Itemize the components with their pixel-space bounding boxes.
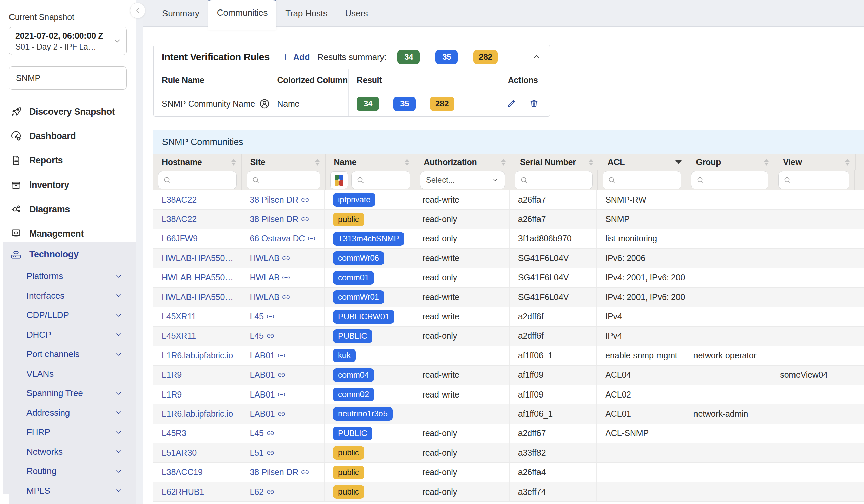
sort-icon[interactable] <box>764 159 769 166</box>
sidebar-resizer[interactable] <box>136 0 143 504</box>
table-row[interactable]: L38ACC1938 Pilsen DRpublicread-onlya26ff… <box>153 463 864 482</box>
hostname-link[interactable]: L62RHUB1 <box>162 487 204 497</box>
snapshot-select[interactable]: 2021-07-02, 06:00:00 Z S01 - Day 2 - IPF… <box>9 27 127 55</box>
table-row[interactable]: L1R9LAB01comm02read-writeaf1ff09ACL02 <box>153 385 864 404</box>
site-link[interactable]: LAB01 <box>250 351 275 361</box>
table-row[interactable]: L38AC2238 Pilsen DRipfprivateread-writea… <box>153 190 864 209</box>
site-link[interactable]: L62 <box>250 487 263 497</box>
site-link[interactable]: 38 Pilsen DR <box>250 467 298 477</box>
sort-icon[interactable] <box>501 159 506 166</box>
tab-communities[interactable]: Communities <box>208 0 277 30</box>
hostname-link[interactable]: L45R3 <box>162 428 187 438</box>
sort-icon[interactable] <box>315 159 320 166</box>
table-row[interactable]: HWLAB-HPA5500-SW1HWLABcommWr06read-write… <box>153 249 864 268</box>
community-name-badge: comm01 <box>333 271 374 285</box>
filter-select-authorization[interactable]: Select... <box>420 171 505 189</box>
sidebar-subitem-port-channels[interactable]: Port channels <box>3 345 136 364</box>
sidebar-subitem-cdp-lldp[interactable]: CDP/LLDP <box>3 305 136 325</box>
site-link[interactable]: LAB01 <box>250 409 275 419</box>
cell-view <box>771 209 852 229</box>
site-link[interactable]: L45 <box>250 428 263 438</box>
sort-icon[interactable] <box>845 159 850 166</box>
table-row[interactable]: L45XR11L45PUBLICread-onlya2dff6fIPv4 <box>153 327 864 346</box>
hostname-link[interactable]: L38AC22 <box>162 214 197 224</box>
table-row[interactable]: HWLAB-HPA5500-SW1HWLABcomm01read-onlySG4… <box>153 268 864 288</box>
tab-trap-hosts[interactable]: Trap Hosts <box>276 0 336 26</box>
sidebar-collapse-button[interactable] <box>130 3 145 18</box>
filter-input-name[interactable] <box>368 175 406 185</box>
table-row[interactable]: L45XR11L45PUBLICRW01read-writea2dff6fIPv… <box>153 307 864 326</box>
table-row[interactable]: L66JFW966 Ostrava DCT313m4chSNMPread-onl… <box>153 229 864 249</box>
sidebar-item-inventory[interactable]: Inventory <box>0 173 136 197</box>
table-row[interactable]: L51AR30L51publicread-onlya33ff82 <box>153 443 864 463</box>
hostname-link[interactable]: L45XR11 <box>162 331 196 341</box>
filter-input-hostname[interactable] <box>175 175 232 185</box>
table-row[interactable]: L1R6.lab.ipfabric.ioLAB01neutrino1r3o5af… <box>153 404 864 424</box>
site-link[interactable]: L51 <box>250 448 263 458</box>
hostname-link[interactable]: HWLAB-HPA5500-SW1 <box>162 253 237 263</box>
sidebar-item-diagrams[interactable]: Diagrams <box>0 197 136 221</box>
filter-input-group[interactable] <box>708 175 764 185</box>
filter-input-acl[interactable] <box>619 175 677 185</box>
sidebar-subitem-networks[interactable]: Networks <box>3 442 136 462</box>
search-icon <box>252 176 260 184</box>
hostname-link[interactable]: L1R6.lab.ipfabric.io <box>162 351 233 361</box>
hostname-link[interactable]: L66JFW9 <box>162 234 198 243</box>
site-link[interactable]: HWLAB <box>250 273 279 283</box>
sidebar-subitem-dhcp[interactable]: DHCP <box>3 325 136 345</box>
table-row[interactable]: L62RHUB1L62publicread-onlya3eff74 <box>153 482 864 502</box>
tab-summary[interactable]: Summary <box>153 0 208 26</box>
hostname-link[interactable]: L1R9 <box>162 370 182 380</box>
filter-input-serial-number[interactable] <box>531 175 588 185</box>
table-row[interactable]: L38AC2238 Pilsen DRpublicread-onlya26ffa… <box>153 209 864 229</box>
sort-icon[interactable] <box>231 159 236 166</box>
hostname-link[interactable]: L51AR30 <box>162 448 197 458</box>
hostname-link[interactable]: HWLAB-HPA5500-SW1 <box>162 292 237 302</box>
table-row[interactable]: HWLAB-HPA5500-SW1HWLABcommWr01read-write… <box>153 288 864 307</box>
sidebar-item-technology[interactable]: Technology <box>3 242 136 267</box>
site-link[interactable]: 66 Ostrava DC <box>250 234 305 243</box>
site-link[interactable]: L45 <box>250 331 263 341</box>
sidebar-item-discovery-snapshot[interactable]: Discovery Snapshot <box>0 99 136 124</box>
site-link[interactable]: LAB01 <box>250 390 275 399</box>
sidebar-search-input[interactable] <box>15 73 120 83</box>
hostname-link[interactable]: L45XR11 <box>162 312 196 322</box>
sidebar-subitem-vlans[interactable]: VLANs <box>3 364 136 384</box>
sidebar-subitem-platforms[interactable]: Platforms <box>3 267 136 286</box>
site-link[interactable]: LAB01 <box>250 370 275 380</box>
table-row[interactable]: L45R3L45PUBLICread-onlya2dff67ACL-SNMP <box>153 424 864 443</box>
delete-rule-button[interactable] <box>529 98 539 110</box>
site-link[interactable]: HWLAB <box>250 292 279 302</box>
hostname-link[interactable]: L38ACC19 <box>162 467 203 477</box>
hostname-link[interactable]: L1R6.lab.ipfabric.io <box>162 409 233 419</box>
add-rule-button[interactable]: Add <box>281 52 310 62</box>
color-filter-button[interactable] <box>330 171 348 189</box>
sort-desc-icon[interactable] <box>675 160 682 164</box>
sidebar-item-reports[interactable]: Reports <box>0 148 136 173</box>
sort-icon[interactable] <box>405 159 409 166</box>
table-row[interactable]: L1R6.lab.ipfabric.ioLAB01kukaf1ff06_1ena… <box>153 346 864 365</box>
sidebar-subitem-mpls[interactable]: MPLS <box>3 481 136 501</box>
site-link[interactable]: L45 <box>250 312 263 322</box>
search-icon <box>356 176 364 184</box>
sidebar-subitem-addressing[interactable]: Addressing <box>3 403 136 423</box>
site-link[interactable]: 38 Pilsen DR <box>250 214 298 224</box>
sidebar-subitem-fhrp[interactable]: FHRP <box>3 423 136 442</box>
sidebar-item-dashboard[interactable]: Dashboard <box>0 124 136 148</box>
site-link[interactable]: HWLAB <box>250 253 279 263</box>
hostname-link[interactable]: L38AC22 <box>162 195 197 205</box>
filter-box <box>691 171 768 189</box>
sidebar-subitem-routing[interactable]: Routing <box>3 461 136 481</box>
filter-input-site[interactable] <box>263 175 316 185</box>
filter-input-view[interactable] <box>795 175 845 185</box>
hostname-link[interactable]: HWLAB-HPA5500-SW1 <box>162 273 237 283</box>
edit-rule-button[interactable] <box>507 98 517 110</box>
table-row[interactable]: L1R9LAB01comm04read-writeaf1ff09ACL04som… <box>153 365 864 385</box>
site-link[interactable]: 38 Pilsen DR <box>250 195 298 205</box>
collapse-panel-button[interactable] <box>532 52 541 62</box>
hostname-link[interactable]: L1R9 <box>162 390 182 399</box>
sidebar-subitem-interfaces[interactable]: Interfaces <box>3 286 136 306</box>
sort-icon[interactable] <box>589 159 593 166</box>
sidebar-subitem-spanning-tree[interactable]: Spanning Tree <box>3 384 136 403</box>
tab-users[interactable]: Users <box>336 0 377 26</box>
